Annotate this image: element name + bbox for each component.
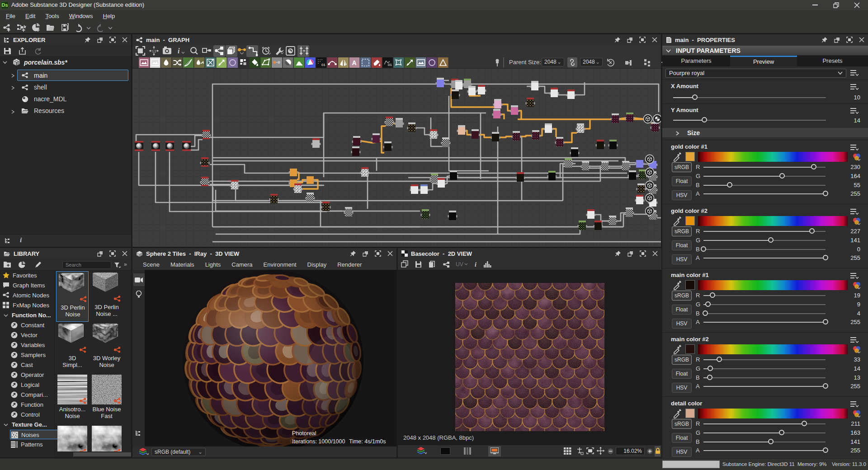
svg-text:A: A (352, 59, 357, 66)
svg-text:01: 01 (388, 63, 392, 67)
svg-text:01: 01 (321, 63, 326, 67)
svg-text:i: i (475, 261, 476, 268)
svg-text:i: i (178, 47, 180, 55)
svg-text:1:1: 1:1 (152, 50, 156, 53)
svg-text:UV: UV (456, 261, 463, 268)
